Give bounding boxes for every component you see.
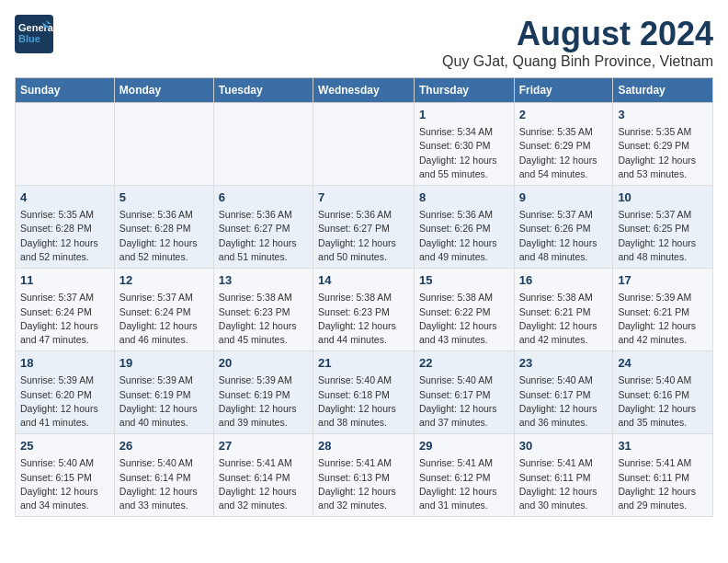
calendar-cell: 7Sunrise: 5:36 AM Sunset: 6:27 PM Daylig…	[313, 186, 415, 269]
day-info: Sunrise: 5:41 AM Sunset: 6:11 PM Dayligh…	[618, 456, 708, 512]
calendar-cell: 6Sunrise: 5:36 AM Sunset: 6:27 PM Daylig…	[213, 186, 313, 269]
day-info: Sunrise: 5:40 AM Sunset: 6:16 PM Dayligh…	[618, 373, 708, 430]
day-number: 1	[419, 107, 509, 123]
calendar-cell: 18Sunrise: 5:39 AM Sunset: 6:20 PM Dayli…	[16, 351, 115, 434]
day-info: Sunrise: 5:36 AM Sunset: 6:28 PM Dayligh…	[119, 208, 209, 264]
day-info: Sunrise: 5:35 AM Sunset: 6:29 PM Dayligh…	[618, 125, 708, 181]
day-number: 28	[318, 438, 409, 454]
calendar-cell: 11Sunrise: 5:37 AM Sunset: 6:24 PM Dayli…	[16, 269, 115, 351]
day-info: Sunrise: 5:37 AM Sunset: 6:25 PM Dayligh…	[618, 208, 708, 264]
logo-icon: General Blue	[15, 15, 53, 53]
calendar-cell: 9Sunrise: 5:37 AM Sunset: 6:26 PM Daylig…	[514, 186, 613, 269]
calendar-cell: 12Sunrise: 5:37 AM Sunset: 6:24 PM Dayli…	[114, 269, 213, 351]
page-header: General Blue August 2024 Quy GJat, Quang…	[15, 15, 713, 70]
title-block: August 2024 Quy GJat, Quang Binh Provinc…	[442, 15, 713, 70]
calendar-cell: 26Sunrise: 5:40 AM Sunset: 6:14 PM Dayli…	[114, 434, 213, 517]
day-number: 25	[20, 438, 109, 454]
col-header-friday: Friday	[514, 78, 613, 103]
day-number: 15	[419, 272, 509, 289]
day-info: Sunrise: 5:38 AM Sunset: 6:23 PM Dayligh…	[219, 291, 308, 347]
day-info: Sunrise: 5:39 AM Sunset: 6:19 PM Dayligh…	[119, 373, 209, 430]
calendar-cell: 2Sunrise: 5:35 AM Sunset: 6:29 PM Daylig…	[514, 103, 613, 186]
day-info: Sunrise: 5:34 AM Sunset: 6:30 PM Dayligh…	[419, 125, 509, 181]
day-number: 10	[618, 190, 708, 206]
calendar-week-2: 4Sunrise: 5:35 AM Sunset: 6:28 PM Daylig…	[16, 186, 713, 269]
day-number: 21	[318, 355, 409, 372]
subtitle: Quy GJat, Quang Binh Province, Vietnam	[442, 53, 713, 70]
day-info: Sunrise: 5:38 AM Sunset: 6:23 PM Dayligh…	[318, 291, 409, 347]
col-header-monday: Monday	[114, 78, 213, 103]
day-number: 27	[219, 438, 308, 454]
day-info: Sunrise: 5:40 AM Sunset: 6:17 PM Dayligh…	[519, 373, 609, 430]
calendar-cell: 23Sunrise: 5:40 AM Sunset: 6:17 PM Dayli…	[514, 351, 613, 434]
calendar-cell: 21Sunrise: 5:40 AM Sunset: 6:18 PM Dayli…	[313, 351, 415, 434]
day-info: Sunrise: 5:37 AM Sunset: 6:24 PM Dayligh…	[20, 291, 109, 347]
calendar-cell	[16, 103, 115, 186]
day-number: 19	[119, 355, 209, 372]
calendar-cell: 8Sunrise: 5:36 AM Sunset: 6:26 PM Daylig…	[414, 186, 514, 269]
day-number: 9	[519, 190, 609, 206]
day-number: 24	[618, 355, 708, 372]
day-info: Sunrise: 5:40 AM Sunset: 6:15 PM Dayligh…	[20, 456, 109, 512]
day-info: Sunrise: 5:39 AM Sunset: 6:19 PM Dayligh…	[219, 373, 308, 430]
day-number: 13	[219, 272, 308, 289]
day-number: 5	[119, 190, 209, 206]
day-info: Sunrise: 5:41 AM Sunset: 6:12 PM Dayligh…	[419, 456, 509, 512]
day-number: 29	[419, 438, 509, 454]
col-header-saturday: Saturday	[613, 78, 713, 103]
day-info: Sunrise: 5:39 AM Sunset: 6:20 PM Dayligh…	[20, 373, 109, 430]
col-header-tuesday: Tuesday	[213, 78, 313, 103]
day-info: Sunrise: 5:35 AM Sunset: 6:28 PM Dayligh…	[20, 208, 109, 264]
day-number: 12	[119, 272, 209, 289]
day-number: 8	[419, 190, 509, 206]
calendar-week-1: 1Sunrise: 5:34 AM Sunset: 6:30 PM Daylig…	[16, 103, 713, 186]
day-info: Sunrise: 5:40 AM Sunset: 6:18 PM Dayligh…	[318, 373, 409, 430]
main-title: August 2024	[442, 15, 713, 53]
calendar-cell	[313, 103, 415, 186]
day-info: Sunrise: 5:41 AM Sunset: 6:14 PM Dayligh…	[219, 456, 308, 512]
calendar-cell: 31Sunrise: 5:41 AM Sunset: 6:11 PM Dayli…	[613, 434, 713, 517]
calendar-cell: 20Sunrise: 5:39 AM Sunset: 6:19 PM Dayli…	[213, 351, 313, 434]
calendar-cell: 15Sunrise: 5:38 AM Sunset: 6:22 PM Dayli…	[414, 269, 514, 351]
col-header-thursday: Thursday	[414, 78, 514, 103]
day-info: Sunrise: 5:36 AM Sunset: 6:26 PM Dayligh…	[419, 208, 509, 264]
day-number: 2	[519, 107, 609, 123]
calendar-week-4: 18Sunrise: 5:39 AM Sunset: 6:20 PM Dayli…	[16, 351, 713, 434]
calendar-cell: 10Sunrise: 5:37 AM Sunset: 6:25 PM Dayli…	[613, 186, 713, 269]
day-number: 23	[519, 355, 609, 372]
day-number: 30	[519, 438, 609, 454]
calendar-cell: 27Sunrise: 5:41 AM Sunset: 6:14 PM Dayli…	[213, 434, 313, 517]
calendar-week-5: 25Sunrise: 5:40 AM Sunset: 6:15 PM Dayli…	[16, 434, 713, 517]
col-header-sunday: Sunday	[16, 78, 115, 103]
day-info: Sunrise: 5:36 AM Sunset: 6:27 PM Dayligh…	[318, 208, 409, 264]
day-info: Sunrise: 5:36 AM Sunset: 6:27 PM Dayligh…	[219, 208, 308, 264]
day-number: 4	[20, 190, 109, 206]
day-info: Sunrise: 5:38 AM Sunset: 6:21 PM Dayligh…	[519, 291, 609, 347]
day-number: 7	[318, 190, 409, 206]
calendar-cell: 14Sunrise: 5:38 AM Sunset: 6:23 PM Dayli…	[313, 269, 415, 351]
day-info: Sunrise: 5:37 AM Sunset: 6:26 PM Dayligh…	[519, 208, 609, 264]
day-info: Sunrise: 5:38 AM Sunset: 6:22 PM Dayligh…	[419, 291, 509, 347]
calendar-cell: 29Sunrise: 5:41 AM Sunset: 6:12 PM Dayli…	[414, 434, 514, 517]
svg-text:Blue: Blue	[18, 33, 40, 44]
day-number: 20	[219, 355, 308, 372]
day-number: 3	[618, 107, 708, 123]
day-number: 18	[20, 355, 109, 372]
calendar-cell: 22Sunrise: 5:40 AM Sunset: 6:17 PM Dayli…	[414, 351, 514, 434]
day-info: Sunrise: 5:35 AM Sunset: 6:29 PM Dayligh…	[519, 125, 609, 181]
calendar-cell: 5Sunrise: 5:36 AM Sunset: 6:28 PM Daylig…	[114, 186, 213, 269]
day-number: 17	[618, 272, 708, 289]
logo: General Blue	[15, 15, 53, 53]
calendar-cell: 4Sunrise: 5:35 AM Sunset: 6:28 PM Daylig…	[16, 186, 115, 269]
calendar-cell	[213, 103, 313, 186]
calendar-cell: 1Sunrise: 5:34 AM Sunset: 6:30 PM Daylig…	[414, 103, 514, 186]
calendar-cell: 16Sunrise: 5:38 AM Sunset: 6:21 PM Dayli…	[514, 269, 613, 351]
calendar-table: SundayMondayTuesdayWednesdayThursdayFrid…	[15, 77, 713, 517]
calendar-cell: 28Sunrise: 5:41 AM Sunset: 6:13 PM Dayli…	[313, 434, 415, 517]
day-info: Sunrise: 5:40 AM Sunset: 6:17 PM Dayligh…	[419, 373, 509, 430]
day-number: 22	[419, 355, 509, 372]
day-info: Sunrise: 5:41 AM Sunset: 6:13 PM Dayligh…	[318, 456, 409, 512]
day-number: 11	[20, 272, 109, 289]
day-number: 16	[519, 272, 609, 289]
calendar-cell: 13Sunrise: 5:38 AM Sunset: 6:23 PM Dayli…	[213, 269, 313, 351]
